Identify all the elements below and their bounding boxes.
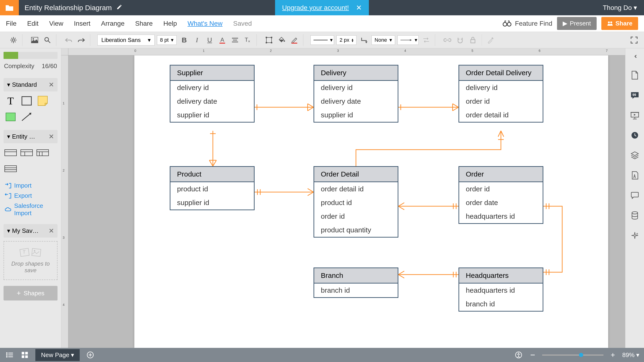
font-family-select[interactable]: Liberation Sans▾	[97, 35, 155, 46]
text-color-button[interactable]: A	[217, 35, 228, 45]
document-title[interactable]: Entity Relationship Diagram	[24, 4, 112, 12]
zoom-out-icon[interactable]: −	[528, 350, 538, 360]
entity-row[interactable]: order detail id	[459, 108, 543, 122]
panel-saved[interactable]: ▾ My Sav… ✕	[4, 224, 58, 238]
entity-row[interactable]: delivery id	[170, 81, 254, 94]
menu-help[interactable]: Help	[163, 20, 177, 27]
entity-row[interactable]: order detail id	[314, 182, 398, 196]
arrow-style-select[interactable]: ▾	[398, 35, 419, 45]
image-icon[interactable]	[30, 35, 40, 45]
format-icon[interactable]	[630, 171, 640, 180]
layers-icon[interactable]	[630, 150, 640, 160]
entity-shape-4[interactable]	[5, 163, 16, 175]
shapes-button[interactable]: + Shapes	[4, 286, 58, 300]
entity-row[interactable]: delivery id	[314, 81, 398, 94]
upgrade-link[interactable]: Upgrade your account!	[282, 4, 349, 12]
menu-file[interactable]: File	[6, 20, 16, 27]
entity-product[interactable]: Productproduct idsupplier id	[170, 166, 254, 210]
link-icon[interactable]	[442, 35, 452, 45]
entity-delivery[interactable]: Deliverydelivery iddelivery datesupplier…	[314, 65, 398, 122]
wrench-icon[interactable]	[485, 35, 496, 45]
entity-row[interactable]: order id	[459, 182, 543, 196]
entity-row[interactable]: supplier id	[170, 108, 254, 122]
clock-icon[interactable]	[630, 130, 640, 140]
note-shape[interactable]	[37, 95, 48, 107]
line-style-select[interactable]: ▾	[310, 35, 334, 45]
entity-header[interactable]: Product	[170, 167, 254, 182]
close-icon[interactable]: ✕	[48, 81, 54, 88]
page-icon[interactable]	[630, 70, 640, 80]
entity-row[interactable]: order id	[314, 210, 398, 223]
present-button[interactable]: ▶ Present	[557, 17, 596, 30]
entity-header[interactable]: Order Detail Delivery	[459, 66, 543, 81]
drop-zone[interactable]: T Drop shapes to save	[4, 241, 58, 280]
underline-button[interactable]: U	[204, 35, 215, 45]
entity-header[interactable]: Order Detail	[314, 167, 398, 182]
panel-standard[interactable]: ▾ Standard ✕	[4, 78, 58, 92]
rename-icon[interactable]	[116, 4, 122, 11]
search-icon[interactable]	[42, 35, 52, 45]
zoom-in-icon[interactable]: +	[608, 350, 618, 360]
gear-icon[interactable]	[8, 35, 18, 45]
entity-row[interactable]: branch id	[459, 297, 543, 311]
grid-view-icon[interactable]	[20, 350, 30, 360]
feature-find[interactable]: Feature Find	[503, 20, 552, 27]
collapse-right-icon[interactable]: ‹‹	[634, 52, 635, 60]
zoom-value[interactable]: 89% ▾	[622, 352, 639, 359]
export-link[interactable]: Export	[5, 191, 56, 201]
presentation-icon[interactable]	[630, 110, 640, 120]
entity-row[interactable]: supplier id	[314, 108, 398, 122]
line-route-button[interactable]	[359, 35, 369, 45]
entity-row[interactable]: headquarters id	[459, 210, 543, 223]
entity-header[interactable]: Delivery	[314, 66, 398, 81]
sparkle-icon[interactable]	[630, 231, 640, 240]
data-icon[interactable]	[630, 211, 640, 220]
entity-row[interactable]: product quantity	[314, 223, 398, 237]
entity-row[interactable]: delivery date	[170, 94, 254, 108]
entity-supplier[interactable]: Supplierdelivery iddelivery datesupplier…	[170, 65, 254, 122]
entity-orderdetail[interactable]: Order Detailorder detail idproduct idord…	[314, 166, 398, 238]
undo-icon[interactable]	[64, 35, 74, 45]
clear-format-button[interactable]: T×	[242, 35, 253, 45]
share-button[interactable]: Share	[601, 17, 638, 30]
entity-header[interactable]: Order	[459, 167, 543, 182]
menu-edit[interactable]: Edit	[27, 20, 38, 27]
menu-arrange[interactable]: Arrange	[101, 20, 125, 27]
zoom-slider[interactable]	[542, 354, 604, 356]
import-link[interactable]: Import	[5, 180, 56, 191]
font-size-select[interactable]: 8 pt▾	[157, 35, 177, 45]
entity-odd[interactable]: Order Detail Deliverydelivery idorder id…	[458, 65, 543, 122]
entity-shape-2[interactable]	[21, 147, 32, 158]
entity-row[interactable]: headquarters id	[459, 284, 543, 297]
entity-shape-1[interactable]	[5, 147, 16, 158]
zoom-thumb[interactable]	[579, 353, 583, 357]
entity-branch[interactable]: Branchbranch id	[314, 268, 398, 298]
entity-row[interactable]: order date	[459, 196, 543, 210]
shape-box-button[interactable]	[264, 35, 274, 45]
align-button[interactable]	[230, 35, 240, 45]
entity-hq[interactable]: Headquartersheadquarters idbranch id	[458, 268, 543, 312]
salesforce-import-link[interactable]: Salesforce Import	[5, 201, 56, 218]
comment-icon[interactable]: 99	[630, 90, 640, 100]
redo-icon[interactable]	[76, 35, 86, 45]
close-icon[interactable]: ✕	[356, 4, 362, 12]
rect-shape[interactable]	[21, 95, 32, 107]
border-color-button[interactable]	[289, 35, 300, 45]
menu-whats-new[interactable]: What's New	[188, 20, 223, 27]
arrow-shape[interactable]	[21, 111, 32, 123]
entity-order[interactable]: Orderorder idorder dateheadquarters id	[458, 166, 543, 224]
chat-icon[interactable]	[630, 191, 640, 200]
folder-icon[interactable]	[0, 0, 19, 15]
menu-share[interactable]: Share	[135, 20, 153, 27]
page[interactable]: Supplierdelivery iddelivery datesupplier…	[134, 56, 608, 348]
entity-row[interactable]: delivery id	[459, 81, 543, 94]
lock-icon[interactable]	[468, 35, 478, 45]
entity-header[interactable]: Headquarters	[459, 268, 543, 284]
entity-row[interactable]: order id	[459, 94, 543, 108]
entity-header[interactable]: Supplier	[170, 66, 254, 81]
entity-row[interactable]: product id	[314, 196, 398, 210]
close-icon[interactable]: ✕	[48, 133, 54, 140]
fill-color-button[interactable]	[276, 35, 287, 45]
stroke-width-select[interactable]: 2 px▴▾	[336, 35, 356, 45]
canvas[interactable]: Supplierdelivery iddelivery datesupplier…	[68, 56, 625, 348]
